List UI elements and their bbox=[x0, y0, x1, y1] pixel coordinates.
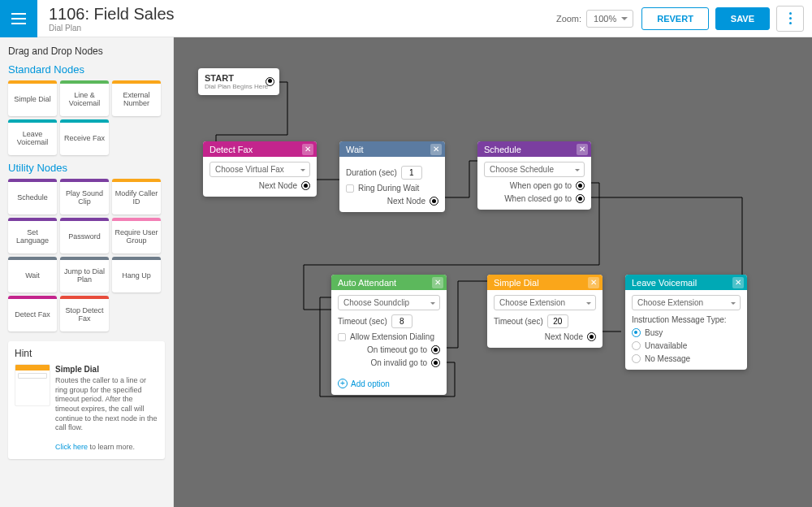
sidebar-title: Drag and Drop Nodes bbox=[8, 46, 165, 57]
palette-tile[interactable]: Leave Voicemail bbox=[8, 119, 57, 155]
auto-attendant-node[interactable]: Auto Attendant ✕ Choose Soundclip Timeou… bbox=[331, 275, 447, 395]
standard-grid: Simple DialLine & VoicemailExternal Numb… bbox=[8, 80, 165, 155]
hint-panel: Hint Simple Dial Routes the caller to a … bbox=[8, 341, 165, 459]
next-port[interactable] bbox=[301, 181, 310, 190]
start-port[interactable] bbox=[266, 77, 274, 86]
page-subtitle: Dial Plan bbox=[49, 24, 556, 32]
revert-button[interactable]: REVERT bbox=[641, 7, 709, 30]
node-header: Simple Dial ✕ bbox=[487, 275, 603, 290]
ring-checkbox[interactable] bbox=[346, 184, 354, 193]
hint-link[interactable]: Click here bbox=[55, 443, 88, 453]
node-header: Auto Attendant ✕ bbox=[331, 275, 447, 290]
palette-tile[interactable]: External Number bbox=[112, 80, 161, 116]
more-button[interactable] bbox=[776, 6, 804, 32]
palette-tile[interactable]: Password bbox=[60, 218, 109, 254]
zoom-label: Zoom: bbox=[556, 14, 581, 24]
timeout-port[interactable] bbox=[431, 345, 440, 354]
open-port[interactable] bbox=[576, 181, 585, 190]
node-header: Wait ✕ bbox=[339, 141, 445, 157]
timeout-input[interactable] bbox=[547, 314, 568, 328]
close-icon[interactable]: ✕ bbox=[302, 144, 313, 155]
palette-tile[interactable]: Detect Fax bbox=[8, 296, 57, 332]
palette-tile[interactable]: Play Sound Clip bbox=[60, 179, 109, 214]
menu-button[interactable] bbox=[0, 0, 37, 37]
palette-tile[interactable]: Simple Dial bbox=[8, 80, 57, 116]
palette-tile[interactable]: Line & Voicemail bbox=[60, 80, 109, 116]
next-port[interactable] bbox=[587, 332, 596, 341]
leave-voicemail-node[interactable]: Leave Voicemail ✕ Choose Extension Instr… bbox=[625, 275, 747, 370]
palette-tile[interactable]: Jump to Dial Plan bbox=[60, 257, 109, 292]
palette-tile[interactable]: Wait bbox=[8, 257, 57, 292]
utility-heading: Utility Nodes bbox=[8, 162, 165, 174]
close-icon[interactable]: ✕ bbox=[588, 277, 599, 288]
palette-tile[interactable]: Hang Up bbox=[112, 257, 161, 292]
palette-tile[interactable]: Schedule bbox=[8, 179, 57, 214]
zoom-select[interactable]: 100% bbox=[586, 10, 633, 28]
duration-input[interactable] bbox=[401, 166, 422, 180]
start-title: START bbox=[205, 73, 273, 83]
palette-tile[interactable]: Set Language bbox=[8, 218, 57, 254]
hint-title: Simple Dial bbox=[55, 364, 158, 375]
node-header: Schedule ✕ bbox=[477, 141, 591, 157]
node-header: Leave Voicemail ✕ bbox=[625, 275, 747, 290]
hint-text: Routes the caller to a line or ring grou… bbox=[55, 376, 158, 431]
schedule-select[interactable]: Choose Schedule bbox=[484, 162, 585, 177]
close-icon[interactable]: ✕ bbox=[432, 277, 443, 288]
connection-wires bbox=[174, 37, 812, 507]
invalid-port[interactable] bbox=[431, 358, 440, 367]
page-title: 1106: Field Sales bbox=[49, 5, 556, 24]
extension-select[interactable]: Choose Extension bbox=[494, 295, 596, 310]
canvas[interactable]: START Dial Plan Begins Here Detect Fax ✕… bbox=[174, 37, 812, 507]
palette-tile[interactable]: Stop Detect Fax bbox=[60, 296, 109, 332]
timeout-input[interactable] bbox=[391, 314, 412, 328]
palette-tile[interactable]: Modify Caller ID bbox=[112, 179, 161, 214]
schedule-node[interactable]: Schedule ✕ Choose Schedule When open go … bbox=[477, 141, 591, 210]
start-node[interactable]: START Dial Plan Begins Here bbox=[198, 68, 279, 95]
close-icon[interactable]: ✕ bbox=[732, 277, 744, 288]
palette-tile[interactable]: Receive Fax bbox=[60, 119, 109, 155]
standard-heading: Standard Nodes bbox=[8, 63, 165, 76]
wait-node[interactable]: Wait ✕ Duration (sec) Ring During Wait N… bbox=[339, 141, 445, 212]
sidebar: Drag and Drop Nodes Standard Nodes Simpl… bbox=[0, 37, 174, 507]
hamburger-icon bbox=[11, 13, 26, 24]
utility-grid: SchedulePlay Sound ClipModify Caller IDS… bbox=[8, 179, 165, 332]
closed-port[interactable] bbox=[576, 194, 585, 203]
hint-thumbnail bbox=[15, 364, 50, 406]
node-header: Detect Fax ✕ bbox=[203, 141, 317, 157]
save-button[interactable]: SAVE bbox=[715, 7, 770, 30]
unavailable-radio[interactable] bbox=[632, 341, 641, 350]
virtual-fax-select[interactable]: Choose Virtual Fax bbox=[209, 162, 310, 177]
close-icon[interactable]: ✕ bbox=[430, 144, 442, 155]
plus-icon: + bbox=[338, 379, 348, 388]
detect-fax-node[interactable]: Detect Fax ✕ Choose Virtual Fax Next Nod… bbox=[203, 141, 317, 197]
allow-ext-checkbox[interactable] bbox=[338, 333, 346, 341]
title-area: 1106: Field Sales Dial Plan bbox=[37, 5, 556, 32]
header: 1106: Field Sales Dial Plan Zoom: 100% R… bbox=[0, 0, 812, 37]
add-option-link[interactable]: Add option bbox=[351, 379, 390, 388]
close-icon[interactable]: ✕ bbox=[577, 144, 588, 155]
palette-tile[interactable]: Require User Group bbox=[112, 218, 161, 254]
busy-radio[interactable] bbox=[632, 328, 641, 337]
extension-select[interactable]: Choose Extension bbox=[632, 295, 741, 310]
soundclip-select[interactable]: Choose Soundclip bbox=[338, 295, 440, 310]
start-sub: Dial Plan Begins Here bbox=[205, 83, 273, 90]
hint-body: Simple Dial Routes the caller to a line … bbox=[55, 364, 158, 453]
simple-dial-node[interactable]: Simple Dial ✕ Choose Extension Timeout (… bbox=[487, 275, 603, 348]
hint-heading: Hint bbox=[15, 348, 158, 359]
nomessage-radio[interactable] bbox=[632, 354, 641, 363]
next-port[interactable] bbox=[430, 197, 438, 206]
